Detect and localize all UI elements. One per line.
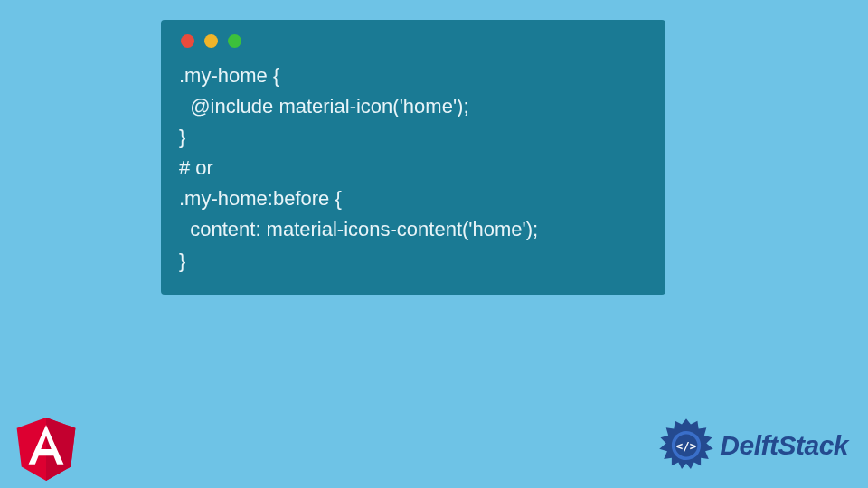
code-line: } <box>179 249 185 272</box>
brand-name: DelftStack <box>720 430 848 461</box>
delftstack-logo: </> DelftStack <box>658 418 848 474</box>
svg-text:</>: </> <box>676 439 696 453</box>
code-line: content: material-icons-content('home'); <box>179 218 538 240</box>
code-block: .my-home { @include material-icon('home'… <box>179 61 647 277</box>
angular-logo-icon <box>16 418 76 481</box>
code-line: .my-home:before { <box>179 187 342 210</box>
code-line: .my-home { <box>179 64 279 87</box>
close-icon <box>181 34 194 48</box>
code-line: # or <box>179 156 213 179</box>
minimize-icon <box>204 34 218 48</box>
maximize-icon <box>228 34 241 48</box>
window-controls <box>181 34 647 48</box>
code-window: .my-home { @include material-icon('home'… <box>161 20 665 295</box>
delftstack-emblem-icon: </> <box>658 418 714 474</box>
code-line: @include material-icon('home'); <box>179 95 469 117</box>
code-line: } <box>179 126 185 148</box>
